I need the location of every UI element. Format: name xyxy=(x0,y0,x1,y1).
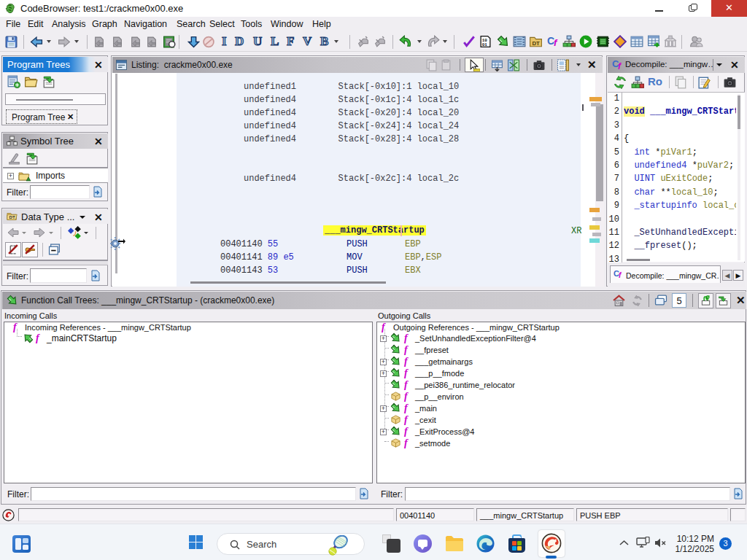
svg-text:DT: DT xyxy=(9,215,15,220)
svg-text:01: 01 xyxy=(482,42,487,47)
svg-text:DT: DT xyxy=(532,40,540,47)
